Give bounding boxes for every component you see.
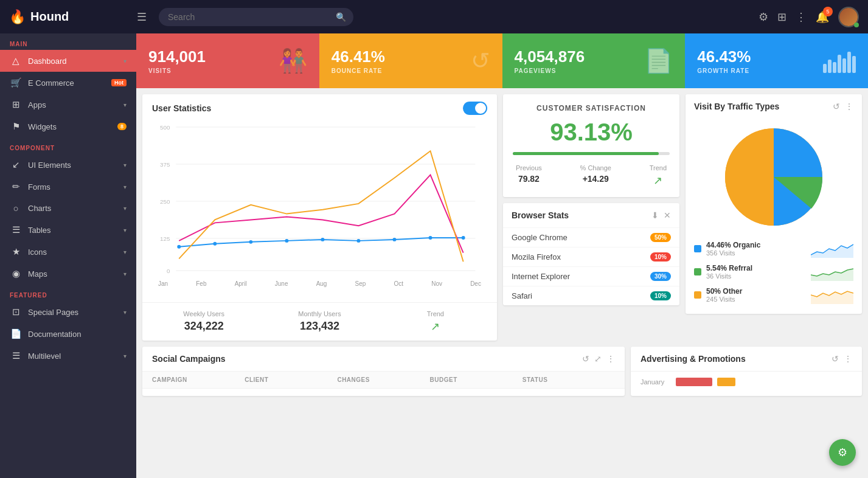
refresh-icon-sc[interactable]: ↺ — [582, 354, 589, 364]
sidebar-item-tables[interactable]: ☰ Tables ▾ — [0, 219, 136, 241]
jan-label: January — [641, 378, 671, 386]
more-icon-adv[interactable]: ⋮ — [844, 354, 852, 364]
table-header: CAMPAIGN CLIENT CHANGES BUDGET STATUS — [142, 372, 625, 389]
traffic-header: Visit By Traffic Types ↺ ⋮ — [686, 94, 862, 116]
fab-button[interactable]: ⚙ — [829, 439, 856, 466]
legend-other: 50% Other 245 Visits — [694, 286, 853, 304]
ie-label: Internet Explorer — [512, 272, 650, 281]
chevron-icon-ui: ▾ — [123, 162, 127, 168]
toggle-knob — [475, 103, 486, 114]
sidebar-section-featured: FEATURED — [0, 285, 136, 301]
icons-icon: ★ — [10, 246, 22, 257]
sidebar-label-dashboard: Dashboard — [28, 57, 117, 66]
more-icon[interactable]: ⋮ — [796, 10, 807, 24]
gear-icon[interactable]: ⚙ — [759, 10, 768, 24]
stat-bounce-left: 46.41% BOUNCE RATE — [332, 47, 385, 74]
other-label: 50% Other — [706, 287, 806, 296]
sidebar-label-forms: Forms — [28, 182, 117, 192]
csat-prev-label: Previous — [516, 164, 542, 171]
widgets-icon: ⚑ — [10, 121, 22, 132]
adv-chart: January — [631, 372, 862, 396]
sidebar-item-multilevel[interactable]: ☰ Multilevel ▾ — [0, 345, 136, 367]
refresh-icon[interactable]: ↺ — [833, 102, 840, 111]
referral-text: 5.54% Refrral 36 Visits — [706, 264, 806, 280]
sidebar-section-main: MAIN — [0, 33, 136, 50]
more-icon[interactable]: ⋮ — [845, 102, 853, 111]
sidebar-item-maps[interactable]: ◉ Maps ▾ — [0, 263, 136, 285]
ui-elements-icon: ↙ — [10, 159, 22, 170]
safari-label: Safari — [512, 291, 650, 300]
csat-percent: 93.13% — [513, 119, 670, 146]
sidebar-item-apps[interactable]: ⊞ Apps ▾ — [0, 94, 136, 116]
svg-point-11 — [213, 242, 217, 246]
browser-item-chrome: Google Chrome 50% — [503, 227, 679, 247]
app-name: Hound — [30, 10, 69, 24]
dashboard-icon: △ — [10, 55, 22, 66]
traffic-card: Visit By Traffic Types ↺ ⋮ — [686, 94, 862, 314]
weekly-users-metric: Weekly Users 324,222 — [152, 310, 255, 333]
content-area: 914,001 VISITS 👫 46.41% BOUNCE RATE ↺ 4,… — [136, 33, 868, 478]
csat-trend-label: Trend — [650, 164, 667, 171]
sidebar-item-dashboard[interactable]: △ Dashboard ▾ — [0, 50, 136, 72]
notif-badge: 5 — [823, 7, 833, 16]
expand-icon-sc[interactable]: ⤢ — [594, 354, 602, 364]
x-label-dec: Dec — [470, 280, 481, 287]
sidebar-item-widgets[interactable]: ⚑ Widgets 8 — [0, 116, 136, 137]
sidebar-item-forms[interactable]: ✏ Forms ▾ — [0, 176, 136, 198]
top-navbar: 🔥 Hound ☰ 🔍 ⚙ ⊞ ⋮ 🔔 5 — [0, 0, 868, 33]
chrome-badge: 50% — [650, 233, 671, 242]
th-budget: BUDGET — [430, 376, 523, 383]
chevron-icon: ▾ — [123, 58, 127, 64]
th-changes: CHANGES — [337, 376, 429, 383]
x-label-nov: Nov — [431, 280, 442, 287]
social-campaigns-actions: ↺ ⤢ ⋮ — [582, 354, 615, 364]
trend-metric: Trend ↗ — [384, 310, 487, 333]
sidebar-label-icons: Icons — [28, 248, 117, 257]
advertising-header: Advertising & Promotions ↺ ⋮ — [631, 347, 862, 372]
csat-bar — [513, 152, 670, 155]
sidebar-label-ecommerce: E Commerce — [28, 78, 105, 88]
sidebar: MAIN △ Dashboard ▾ 🛒 E Commerce Hot ⊞ Ap… — [0, 33, 136, 478]
user-avatar-wrap[interactable] — [838, 7, 859, 27]
refresh-icon-adv[interactable]: ↺ — [832, 354, 839, 364]
organic-color — [694, 245, 701, 252]
close-icon[interactable]: ✕ — [664, 210, 671, 220]
browser-stats-card: Browser Stats ⬇ ✕ Google Chrome 50% Mozi… — [503, 203, 679, 305]
chevron-icon-maps: ▾ — [123, 271, 127, 277]
grid-icon[interactable]: ⊞ — [777, 10, 786, 24]
csat-bar-fill — [513, 152, 659, 155]
hamburger-icon[interactable]: ☰ — [137, 10, 147, 24]
search-input[interactable] — [159, 8, 353, 26]
x-label-aug: Aug — [316, 280, 327, 287]
svg-point-16 — [393, 238, 397, 241]
stat-card-pageviews: 4,054,876 PAGEVIEWS 📄 — [502, 33, 686, 88]
pie-chart-container — [686, 116, 862, 235]
main-layout: MAIN △ Dashboard ▾ 🛒 E Commerce Hot ⊞ Ap… — [0, 33, 868, 478]
sidebar-item-special-pages[interactable]: ⊡ Special Pages ▾ — [0, 301, 136, 323]
other-sparkline — [811, 286, 853, 304]
sidebar-item-ecommerce[interactable]: 🛒 E Commerce Hot — [0, 72, 136, 94]
more-icon-sc[interactable]: ⋮ — [606, 354, 615, 364]
toggle-switch[interactable] — [463, 102, 487, 115]
bounce-icon: ↺ — [471, 47, 490, 74]
organic-text: 44.46% Organic 356 Visits — [706, 241, 806, 257]
pageviews-label: PAGEVIEWS — [515, 68, 585, 74]
th-client: CLIENT — [245, 376, 337, 383]
sidebar-label-widgets: Widgets — [28, 122, 111, 131]
download-icon[interactable]: ⬇ — [651, 210, 659, 220]
search-container: 🔍 — [159, 8, 353, 26]
sidebar-item-documentation[interactable]: 📄 Documentation — [0, 323, 136, 345]
documentation-icon: 📄 — [10, 328, 22, 339]
sidebar-item-charts[interactable]: ○ Charts ▾ — [0, 198, 136, 219]
notification-button[interactable]: 🔔 5 — [816, 10, 829, 24]
th-status: STATUS — [523, 376, 615, 383]
chevron-icon-multilevel: ▾ — [123, 353, 127, 359]
sidebar-item-ui-elements[interactable]: ↙ UI Elements ▾ — [0, 154, 136, 176]
chrome-label: Google Chrome — [512, 233, 650, 242]
csat-stats: Previous 79.82 % Change +14.29 Trend ↗ — [513, 164, 670, 187]
svg-text:250: 250 — [160, 198, 170, 205]
user-stats-card: User Statistics — [142, 94, 497, 341]
sidebar-section-component: COMPONENT — [0, 137, 136, 154]
sidebar-item-icons[interactable]: ★ Icons ▾ — [0, 241, 136, 263]
svg-text:500: 500 — [160, 124, 170, 131]
